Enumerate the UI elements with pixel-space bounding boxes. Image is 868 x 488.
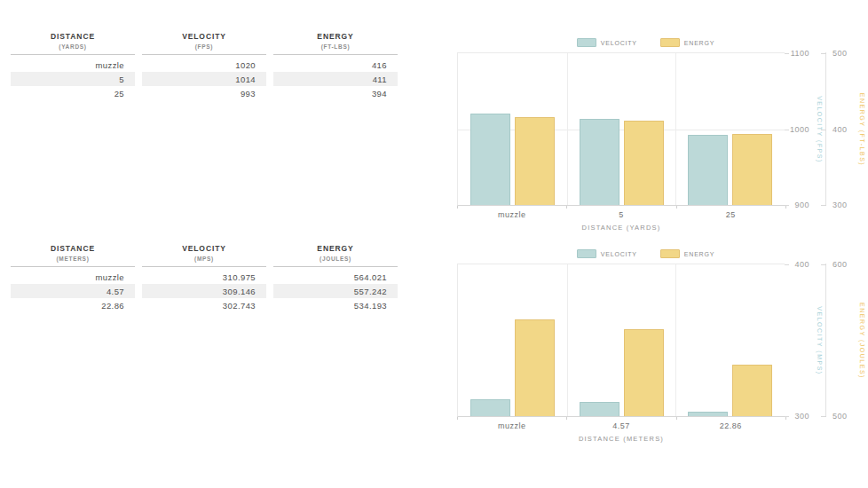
energy-bar[interactable] <box>515 117 555 205</box>
x-axis-tick-mark <box>457 206 458 209</box>
velocity-axis: 11001000900 <box>785 52 814 206</box>
energy-tick-label: 300 <box>832 201 848 209</box>
metric-ballistics-table: DISTANCE(METERS)VELOCITY(MPS)ENERGY(JOUL… <box>4 244 405 312</box>
energy-tick-label: 500 <box>832 412 848 421</box>
velocity-tick-mark <box>785 264 789 265</box>
velocity-tick-label: 900 <box>795 201 810 209</box>
x-axis-tick-mark <box>785 206 786 209</box>
chart-body: 11001000900VELOCITY (FPS)500400300ENERGY… <box>457 52 868 206</box>
column-header-unit: (METERS) <box>11 256 135 262</box>
legend-label: ENERGY <box>684 251 714 257</box>
energy-bar[interactable] <box>624 329 664 416</box>
chart-plot-area <box>457 52 785 206</box>
x-axis-tick-mark <box>566 417 567 420</box>
table-cell: 302.743 <box>142 298 266 312</box>
energy-tick-mark <box>821 130 826 130</box>
energy-bar[interactable] <box>515 319 555 416</box>
table-cell: 1020 <box>142 55 266 72</box>
chart-body: 400300VELOCITY (MPS)600500ENERGY (JOULES… <box>457 264 868 417</box>
energy-axis: 500400300 <box>825 52 856 206</box>
energy-bar[interactable] <box>732 134 772 205</box>
velocity-bar[interactable] <box>580 402 619 416</box>
table-row: 51014411 <box>11 72 398 86</box>
table-cell: 310.975 <box>142 267 266 284</box>
column-header: VELOCITY(FPS) <box>142 32 266 55</box>
legend-label: ENERGY <box>684 40 714 46</box>
legend-item-velocity[interactable]: VELOCITY <box>577 249 637 258</box>
table-cell: 993 <box>142 86 266 100</box>
column-header-unit: (FT-LBS) <box>273 43 398 50</box>
energy-tick-label: 600 <box>832 260 848 269</box>
category-label: muzzle <box>457 206 566 220</box>
table-cell: 25 <box>11 86 135 100</box>
velocity-bar[interactable] <box>470 399 510 416</box>
table-cell: 309.146 <box>142 284 266 298</box>
legend-item-energy[interactable]: ENERGY <box>660 249 714 258</box>
energy-axis-title: ENERGY (FT-LBS) <box>859 92 865 165</box>
table-cell: 22.86 <box>11 298 135 312</box>
imperial-ballistics-chart: VELOCITYENERGY11001000900VELOCITY (FPS)5… <box>457 37 868 232</box>
category-label: muzzle <box>457 417 566 431</box>
velocity-legend-swatch <box>577 249 596 258</box>
column-header-label: VELOCITY <box>142 32 266 41</box>
table-cell: 411 <box>273 72 398 86</box>
category-label: 4.57 <box>566 417 675 431</box>
energy-axis-title-column: ENERGY (FT-LBS) <box>856 52 868 206</box>
metric-ballistics-chart: VELOCITYENERGY400300VELOCITY (MPS)600500… <box>457 248 868 443</box>
velocity-tick-label: 1100 <box>791 49 809 58</box>
energy-bar[interactable] <box>624 121 664 205</box>
velocity-axis-title-column: VELOCITY (MPS) <box>814 264 825 417</box>
column-header: DISTANCE(METERS) <box>11 244 135 267</box>
table-cell: 557.242 <box>273 284 398 298</box>
x-axis-tick-mark <box>566 206 567 209</box>
legend-item-velocity[interactable]: VELOCITY <box>577 38 637 47</box>
energy-tick-mark <box>821 264 826 265</box>
category-label: 5 <box>566 206 675 220</box>
legend-label: VELOCITY <box>601 251 637 257</box>
velocity-tick-label: 300 <box>795 412 810 421</box>
velocity-tick-mark <box>785 130 789 130</box>
velocity-legend-swatch <box>577 38 596 47</box>
column-header-label: VELOCITY <box>142 244 266 253</box>
x-axis-tick-mark <box>457 417 458 420</box>
energy-tick-label: 400 <box>832 125 848 134</box>
column-header-label: DISTANCE <box>11 244 135 253</box>
velocity-tick-mark <box>785 53 789 54</box>
table-cell: muzzle <box>11 55 135 72</box>
column-header-unit: (JOULES) <box>273 256 398 262</box>
table-cell: 1014 <box>142 72 266 86</box>
chart-legend: VELOCITYENERGY <box>457 37 868 48</box>
chart-legend: VELOCITYENERGY <box>457 248 868 259</box>
category-label: 22.86 <box>676 417 785 431</box>
table-cell: 4.57 <box>11 284 135 298</box>
column-header: DISTANCE(YARDS) <box>11 32 135 55</box>
column-header-label: ENERGY <box>273 32 398 41</box>
chart-plot-area <box>457 264 785 417</box>
velocity-bar[interactable] <box>580 119 619 205</box>
energy-tick-mark <box>821 205 826 206</box>
category-slot-22.86 <box>675 264 785 416</box>
velocity-axis-title: VELOCITY (MPS) <box>817 306 823 374</box>
table-cell: muzzle <box>11 267 135 284</box>
energy-legend-swatch <box>660 38 680 47</box>
energy-bar[interactable] <box>732 365 772 416</box>
x-axis-tick-mark <box>785 417 786 420</box>
table-row: 4.57309.146557.242 <box>11 284 398 298</box>
table-cell: 5 <box>11 72 135 86</box>
legend-item-energy[interactable]: ENERGY <box>660 38 714 47</box>
table-header-row: DISTANCE(METERS)VELOCITY(MPS)ENERGY(JOUL… <box>11 244 398 267</box>
velocity-bar[interactable] <box>470 114 510 205</box>
imperial-ballistics-table: DISTANCE(YARDS)VELOCITY(FPS)ENERGY(FT-LB… <box>4 32 405 100</box>
table-row: muzzle310.975564.021 <box>11 267 398 284</box>
column-header: ENERGY(JOULES) <box>273 244 398 267</box>
energy-tick-mark <box>821 416 826 417</box>
table-row: 25993394 <box>11 86 398 100</box>
velocity-bar[interactable] <box>688 412 728 416</box>
category-slot-muzzle <box>458 264 567 416</box>
table-row: muzzle1020416 <box>11 55 398 72</box>
x-axis-tick-mark <box>676 417 677 420</box>
velocity-bar[interactable] <box>688 135 728 206</box>
category-slot-5 <box>567 53 676 205</box>
column-header-unit: (YARDS) <box>11 43 135 50</box>
ballistics-results-page: DISTANCE(YARDS)VELOCITY(FPS)ENERGY(FT-LB… <box>0 0 868 488</box>
